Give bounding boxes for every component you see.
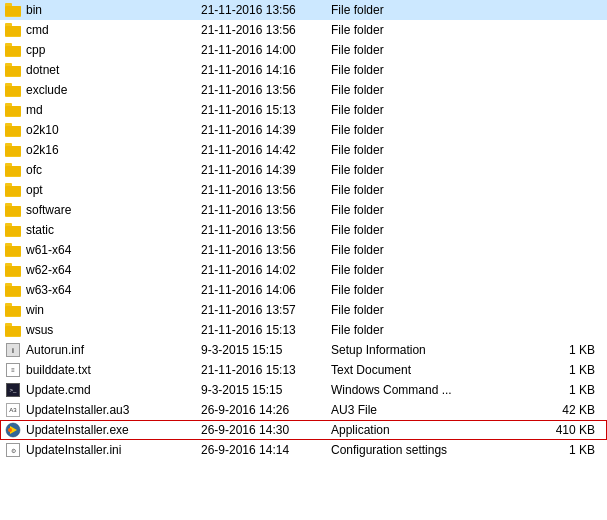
file-date: 21-11-2016 13:57 xyxy=(201,303,331,317)
file-row[interactable]: cpp 21-11-2016 14:00 File folder xyxy=(0,40,607,60)
file-name: ofc xyxy=(26,163,201,177)
file-size: 1 KB xyxy=(491,443,603,457)
file-type: File folder xyxy=(331,43,491,57)
folder-icon xyxy=(4,121,22,139)
file-type: File folder xyxy=(331,223,491,237)
svg-rect-47 xyxy=(5,306,21,316)
file-date: 21-11-2016 13:56 xyxy=(201,243,331,257)
folder-icon xyxy=(4,281,22,299)
folder-icon xyxy=(4,141,22,159)
file-name: opt xyxy=(26,183,201,197)
file-row[interactable]: o2k10 21-11-2016 14:39 File folder xyxy=(0,120,607,140)
file-name: exclude xyxy=(26,83,201,97)
file-row[interactable]: w62-x64 21-11-2016 14:02 File folder xyxy=(0,260,607,280)
file-row[interactable]: opt 21-11-2016 13:56 File folder xyxy=(0,180,607,200)
file-name: o2k10 xyxy=(26,123,201,137)
au3-icon: A3 xyxy=(6,403,20,417)
file-name: w63-x64 xyxy=(26,283,201,297)
file-name: Update.cmd xyxy=(26,383,201,397)
file-row[interactable]: exclude 21-11-2016 13:56 File folder xyxy=(0,80,607,100)
folder-icon xyxy=(4,181,22,199)
folder-icon xyxy=(4,221,22,239)
file-row[interactable]: cmd 21-11-2016 13:56 File folder xyxy=(0,20,607,40)
folder-icon xyxy=(4,161,22,179)
file-name: bin xyxy=(26,3,201,17)
file-row[interactable]: A3 UpdateInstaller.au3 26-9-2016 14:26 A… xyxy=(0,400,607,420)
file-date: 21-11-2016 14:02 xyxy=(201,263,331,277)
file-name: md xyxy=(26,103,201,117)
file-date: 21-11-2016 13:56 xyxy=(201,83,331,97)
file-date: 21-11-2016 13:56 xyxy=(201,23,331,37)
file-date: 26-9-2016 14:26 xyxy=(201,403,331,417)
file-type: File folder xyxy=(331,303,491,317)
file-name: w62-x64 xyxy=(26,263,201,277)
file-date: 21-11-2016 14:00 xyxy=(201,43,331,57)
txt-icon: ≡ xyxy=(6,363,20,377)
ini-icon: ⚙ xyxy=(6,443,20,457)
file-list[interactable]: bin 21-11-2016 13:56 File folder cmd 21-… xyxy=(0,0,607,520)
file-row[interactable]: w63-x64 21-11-2016 14:06 File folder xyxy=(0,280,607,300)
file-row[interactable]: wsus 21-11-2016 15:13 File folder xyxy=(0,320,607,340)
file-date: 21-11-2016 13:56 xyxy=(201,203,331,217)
file-date: 21-11-2016 14:06 xyxy=(201,283,331,297)
file-icon: A3 xyxy=(4,401,22,419)
file-date: 21-11-2016 15:13 xyxy=(201,103,331,117)
file-type: File folder xyxy=(331,103,491,117)
file-type: Text Document xyxy=(331,363,491,377)
file-row[interactable]: md 21-11-2016 15:13 File folder xyxy=(0,100,607,120)
file-name: dotnet xyxy=(26,63,201,77)
svg-rect-17 xyxy=(5,106,21,116)
file-row[interactable]: ofc 21-11-2016 14:39 File folder xyxy=(0,160,607,180)
file-row[interactable]: i Autorun.inf 9-3-2015 15:15 Setup Infor… xyxy=(0,340,607,360)
file-name: UpdateInstaller.exe xyxy=(26,423,201,437)
file-type: File folder xyxy=(331,283,491,297)
folder-icon xyxy=(4,21,22,39)
file-name: win xyxy=(26,303,201,317)
file-type: File folder xyxy=(331,123,491,137)
file-size: 1 KB xyxy=(491,363,603,377)
file-row[interactable]: dotnet 21-11-2016 14:16 File folder xyxy=(0,60,607,80)
file-row[interactable]: ≡ builddate.txt 21-11-2016 15:13 Text Do… xyxy=(0,360,607,380)
svg-rect-8 xyxy=(5,46,21,56)
file-name: cmd xyxy=(26,23,201,37)
file-row[interactable]: o2k16 21-11-2016 14:42 File folder xyxy=(0,140,607,160)
folder-icon xyxy=(4,41,22,59)
folder-icon xyxy=(4,101,22,119)
file-date: 26-9-2016 14:30 xyxy=(201,423,331,437)
file-type: File folder xyxy=(331,3,491,17)
file-date: 9-3-2015 15:15 xyxy=(201,343,331,357)
file-icon: >_ xyxy=(4,381,22,399)
file-icon: ⚙ xyxy=(4,441,22,459)
folder-icon xyxy=(4,261,22,279)
file-icon xyxy=(4,421,22,439)
file-type: AU3 File xyxy=(331,403,491,417)
file-type: File folder xyxy=(331,23,491,37)
file-type: File folder xyxy=(331,143,491,157)
folder-icon xyxy=(4,301,22,319)
file-row[interactable]: software 21-11-2016 13:56 File folder xyxy=(0,200,607,220)
file-row[interactable]: bin 21-11-2016 13:56 File folder xyxy=(0,0,607,20)
file-date: 21-11-2016 14:39 xyxy=(201,123,331,137)
file-icon: i xyxy=(4,341,22,359)
file-date: 21-11-2016 14:16 xyxy=(201,63,331,77)
file-date: 21-11-2016 13:56 xyxy=(201,3,331,17)
svg-rect-23 xyxy=(5,146,21,156)
svg-rect-29 xyxy=(5,186,21,196)
file-row[interactable]: ⚙ UpdateInstaller.ini 26-9-2016 14:14 Co… xyxy=(0,440,607,460)
file-type: File folder xyxy=(331,263,491,277)
file-row[interactable]: win 21-11-2016 13:57 File folder xyxy=(0,300,607,320)
file-size: 1 KB xyxy=(491,383,603,397)
file-date: 21-11-2016 13:56 xyxy=(201,183,331,197)
file-date: 21-11-2016 14:42 xyxy=(201,143,331,157)
file-type: Windows Command ... xyxy=(331,383,491,397)
file-row[interactable]: static 21-11-2016 13:56 File folder xyxy=(0,220,607,240)
svg-rect-41 xyxy=(5,266,21,276)
svg-point-53 xyxy=(8,428,12,432)
exe-icon xyxy=(5,422,21,438)
file-row[interactable]: w61-x64 21-11-2016 13:56 File folder xyxy=(0,240,607,260)
file-date: 9-3-2015 15:15 xyxy=(201,383,331,397)
file-row[interactable]: >_ Update.cmd 9-3-2015 15:15 Windows Com… xyxy=(0,380,607,400)
svg-rect-5 xyxy=(5,26,21,36)
file-name: w61-x64 xyxy=(26,243,201,257)
file-row[interactable]: UpdateInstaller.exe 26-9-2016 14:30 Appl… xyxy=(0,420,607,440)
